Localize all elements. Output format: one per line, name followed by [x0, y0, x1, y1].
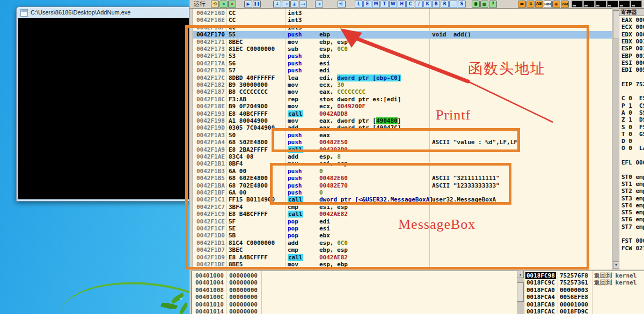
register-row[interactable]: S 0 FS	[621, 124, 644, 131]
disasm-row[interactable]: 0042F18EB9 0F204900movecx, 0049200F	[193, 103, 612, 110]
dump-row[interactable]: 0040101000000000	[192, 301, 517, 308]
stack-row[interactable]: 0018FC9C75257361返回到 kernel	[524, 279, 644, 286]
disasm-row[interactable]: 0042F198A1 80044900moveax, dword ptr [49…	[193, 117, 612, 124]
plugin-updown-button[interactable]: ⇅	[526, 1, 535, 8]
disasm-row[interactable]: 0042F16DCCint3	[193, 10, 612, 17]
register-row[interactable]: EIP 7525	[621, 81, 644, 88]
stack-row[interactable]: 0018FC98752576F8返回到 kernel	[524, 272, 644, 279]
restart-button[interactable]: «	[219, 1, 228, 8]
register-row[interactable]: FCW 027B	[621, 245, 644, 252]
register-row[interactable]: ST6 emp	[621, 216, 644, 223]
letter-button-W[interactable]: W	[389, 1, 397, 8]
dump-row[interactable]: 0040100800000000	[192, 287, 517, 294]
disasm-row[interactable]: 0042F1AE83C4 08addesp, 8	[193, 153, 612, 160]
step-over-button[interactable]: ⇢	[282, 1, 290, 8]
register-row[interactable]: EBX 0018	[621, 38, 644, 45]
disasm-row[interactable]: 0042F18CF3:ABrepstos dword ptr es:[edi]	[193, 96, 612, 103]
options-button[interactable]: ≣	[472, 1, 480, 8]
disasm-scrollbar[interactable]: ▼	[612, 8, 619, 270]
register-row[interactable]: ST7 emp	[621, 223, 644, 230]
register-row[interactable]: P 1 CS	[621, 102, 644, 109]
dump-scrollbar[interactable]: ▲	[517, 271, 524, 314]
dump-row[interactable]: 0040100400000000	[192, 279, 517, 286]
register-row[interactable]: EAX 0000	[621, 17, 644, 24]
disasm-row[interactable]: 0042F17B57pushedi	[193, 67, 612, 74]
disasm-row[interactable]: 0042F1C1FF15 B0114900calldword ptr [<&US…	[193, 196, 612, 203]
register-row[interactable]: Z 1 DS	[621, 116, 644, 123]
disasm-row[interactable]: 0042F1D9E8 A4BCFFFFcall0042AE82	[193, 254, 612, 261]
register-row[interactable]: C 0 ES	[621, 95, 644, 102]
help-button[interactable]: ?	[489, 1, 497, 8]
disasm-row[interactable]: 0042F193E8 40BCFFFFcall0042ADD8	[193, 110, 612, 117]
toolbar-slot[interactable]	[595, 1, 606, 8]
register-row[interactable]: T 0 GS	[621, 131, 644, 138]
disasm-row[interactable]: 0042F1A468 502E4800push00482E50ASCII "va…	[193, 139, 612, 146]
disasm-row[interactable]: 0042F17A56pushesi	[193, 60, 612, 67]
letter-button-K[interactable]: K	[423, 1, 431, 8]
letter-button-H[interactable]: H	[398, 1, 406, 8]
toolbar-slot[interactable]	[583, 1, 595, 8]
letter-button-x[interactable]: /	[415, 1, 423, 8]
disasm-row[interactable]: 0042F1B36A 00push0	[193, 168, 612, 175]
disasm-row[interactable]: 0042F187B8 CCCCCCCCmoveax, CCCCCCCC	[193, 88, 612, 95]
close-button[interactable]: ✕	[228, 1, 236, 8]
disasm-row[interactable]: 0042F16FCCint3	[193, 24, 612, 31]
scroll-thumb[interactable]	[517, 282, 524, 302]
stack-row[interactable]: 0018FCA000000003	[524, 287, 644, 294]
disasm-row[interactable]: 0042F1CF5Epopesi	[193, 225, 612, 232]
letter-button-L[interactable]: L	[355, 1, 363, 8]
register-row[interactable]: ST0 emp	[621, 174, 644, 181]
stack-row[interactable]: 0018FCA800001000	[524, 301, 644, 308]
register-row[interactable]: ST5 emp	[621, 209, 644, 216]
disasm-row[interactable]: 0042F1BF6A 00push0	[193, 189, 612, 196]
disasm-row[interactable]: 0042F1C73BF4cmpesi, esp	[193, 204, 612, 211]
register-row[interactable]: EBP 0018	[621, 53, 644, 59]
letter-button-E[interactable]: E	[363, 1, 371, 8]
step-into-button[interactable]: ⇣	[273, 1, 281, 8]
trace-over-button[interactable]: ⤍	[299, 1, 307, 8]
disasm-row[interactable]: 0042F17953pushebx	[193, 53, 612, 59]
disasm-row[interactable]: 0042F1D73BECcmpebp, esp	[193, 246, 612, 253]
plugin-ab-button[interactable]: AB	[535, 1, 543, 8]
register-row[interactable]: ST4 emp	[621, 202, 644, 209]
letter-button-M[interactable]: M	[372, 1, 380, 8]
windows-button[interactable]: ▦	[480, 1, 488, 8]
letter-button-xxx[interactable]: ...	[449, 1, 457, 8]
plugin-hbp-button[interactable]: HBP	[544, 1, 552, 8]
disasm-row[interactable]: 0042F19D0305 7C044900addeax, dword ptr […	[193, 124, 612, 131]
letter-button-R[interactable]: R	[441, 1, 449, 8]
disasm-row[interactable]: 0042F17055pushebpvoid add()	[193, 31, 612, 38]
register-row[interactable]: EFL 0000	[621, 159, 644, 166]
console-titlebar[interactable]: C:\Users\86186\Desktop\AddNum.exe	[17, 7, 193, 18]
trace-into-button[interactable]: ⤓	[290, 1, 298, 8]
toolbar-slot[interactable]	[572, 1, 583, 8]
pause-button[interactable]: ❚❚	[253, 1, 261, 8]
register-row[interactable]: ESI 0000	[621, 59, 644, 66]
run-button[interactable]: ▶	[244, 1, 252, 8]
register-row[interactable]: ST1 emp	[621, 181, 644, 188]
disasm-row[interactable]: 0042F1B18BF4movesi, esp	[193, 160, 612, 167]
dump-row[interactable]: 0040100C00000000	[192, 294, 517, 301]
stack-row[interactable]: 0018FCA40056EFE8	[524, 294, 644, 301]
register-row[interactable]: EDX 0000	[621, 31, 644, 38]
toolbar-slot[interactable]	[619, 1, 630, 8]
toolbar-slot[interactable]	[631, 1, 642, 8]
scroll-up-arrow[interactable]: ▲	[517, 271, 524, 278]
run-menu[interactable]: 运行	[189, 1, 209, 8]
plugin-ism-button[interactable]: ISM	[561, 1, 569, 8]
disasm-row[interactable]: 0042F1D05Bpopebx	[193, 232, 612, 239]
open-button[interactable]: ⟲	[211, 1, 219, 8]
console-client[interactable]	[18, 18, 191, 199]
stack-row[interactable]: 0018FCAC0018FD9C	[524, 308, 644, 314]
letter-button-C[interactable]: C	[406, 1, 414, 8]
letter-button-T[interactable]: T	[380, 1, 389, 8]
goto-button[interactable]: ➜▏	[338, 1, 346, 8]
dump-row[interactable]: 0040101400000000	[192, 308, 517, 314]
plugin-swap-button[interactable]: ⇄	[518, 1, 526, 8]
disasm-row[interactable]: 0042F1B568 602E4800push00482E60ASCII "32…	[193, 175, 612, 182]
disasm-row[interactable]: 0042F1A350pusheax	[193, 132, 612, 139]
disasm-row[interactable]: 0042F17C8DBD 40FFFFFFleaedi, dword ptr […	[193, 74, 612, 81]
dump-row[interactable]: 0040100000000000	[192, 272, 517, 279]
register-row[interactable]: A 0 SS	[621, 109, 644, 116]
disasm-row[interactable]: 0042F17381EC C0000000subesp, 0C0	[193, 46, 612, 53]
